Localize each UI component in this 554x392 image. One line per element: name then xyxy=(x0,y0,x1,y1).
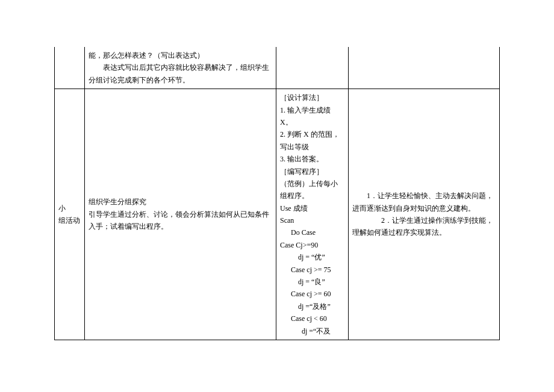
text-line: 3. 输出答案。 xyxy=(280,153,344,165)
text-span: 让学生通过操作演练学到技能，理解如何通过程序实现算法。 xyxy=(352,216,493,237)
cell-teacher-activity: 组织学生分组探究 引导学生通过分析、讨论，领会分析算法如何从已知条件入手；试着编… xyxy=(85,89,276,340)
table-row: 小 组活动 组织学生分组探究 引导学生通过分析、讨论，领会分析算法如何从已知条件… xyxy=(55,89,500,340)
cell-phase-label: 小 组活动 xyxy=(55,89,85,340)
text-paragraph: 2．让学生通过操作演练学到技能，理解如何通过程序实现算法。 xyxy=(352,214,496,239)
table-row: 能，那么怎样表述？（写出表达式） 表达式写出后其它内容就比较容易解决了，组织学生… xyxy=(55,47,500,89)
document-page: 能，那么怎样表述？（写出表达式） 表达式写出后其它内容就比较容易解决了，组织学生… xyxy=(0,0,554,364)
text-line: 表达式写出后其它内容就比较容易解决了，组织学生分组讨论完成剩下的各个环节。 xyxy=(89,61,272,86)
code-line: Case cj < 60 xyxy=(280,313,344,325)
code-line: dj =“及格” xyxy=(280,300,344,313)
text-line: 引导学生通过分析、讨论，领会分析算法如何从已知条件入手；试着编写出程序。 xyxy=(89,208,272,233)
cell-student-activity-top xyxy=(276,47,349,89)
text-line: （范例）上传每小组程序。 xyxy=(280,178,344,202)
cell-teacher-activity-top: 能，那么怎样表述？（写出表达式） 表达式写出后其它内容就比较容易解决了，组织学生… xyxy=(85,47,276,89)
text-line: 组活动 xyxy=(58,216,80,225)
text-span: 2． xyxy=(381,216,392,225)
text-line: 组织学生分组探究 xyxy=(89,196,272,208)
cell-student-activity: ［设计算法］ 1. 输入学生成绩 X。 2. 判断 X 的范围，写出等级 3. … xyxy=(276,89,349,340)
code-line: Case cj >= 60 xyxy=(280,288,344,300)
text-line: ［设计算法］ xyxy=(280,92,344,104)
code-line: dj = “良” xyxy=(280,276,344,288)
code-line: Case cj >= 75 xyxy=(280,264,344,276)
code-line: Use 成绩 xyxy=(280,202,344,214)
cell-design-intent-top xyxy=(349,47,500,89)
text-line: 能，那么怎样表述？（写出表达式） xyxy=(89,49,272,61)
cell-design-intent: 1．让学生轻松愉快、主动去解决问题，进而逐渐达到自身对知识的意义建构。 2．让学… xyxy=(349,89,500,340)
text-paragraph: 1．让学生轻松愉快、主动去解决问题，进而逐渐达到自身对知识的意义建构。 xyxy=(352,190,496,214)
code-line: dj =“不及 xyxy=(280,325,344,337)
code-line: dj = “优” xyxy=(280,251,344,263)
code-line: Case Cj>=90 xyxy=(280,239,344,251)
code-line: Scan xyxy=(280,214,344,226)
code-line: Do Case xyxy=(280,226,344,238)
text-line: 1. 输入学生成绩 X。 xyxy=(280,104,344,129)
text-line: 2. 判断 X 的范围，写出等级 xyxy=(280,128,344,153)
lesson-plan-table: 能，那么怎样表述？（写出表达式） 表达式写出后其它内容就比较容易解决了，组织学生… xyxy=(54,47,500,340)
text-line: 小 xyxy=(58,204,66,213)
cell-phase-label-top xyxy=(55,47,85,89)
text-line: ［编写程序］ xyxy=(280,166,344,178)
